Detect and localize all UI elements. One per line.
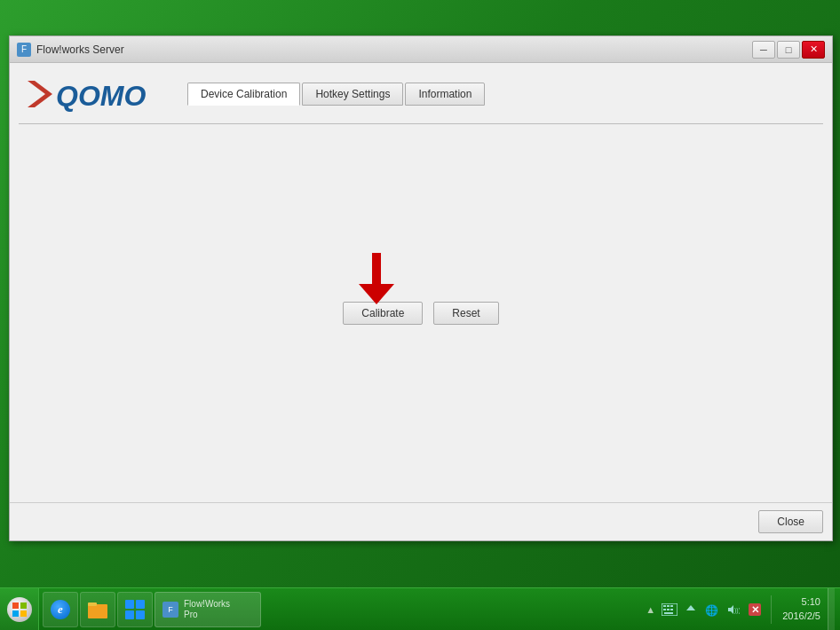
svg-marker-22 xyxy=(686,605,695,610)
svg-rect-15 xyxy=(663,605,666,607)
close-window-button[interactable]: Close xyxy=(758,510,823,533)
buttons-container: Calibrate Reset xyxy=(343,302,498,325)
svg-rect-2 xyxy=(372,253,381,288)
ie-browser-icon: e xyxy=(51,600,70,619)
svg-rect-10 xyxy=(125,600,134,609)
taskbar-app-label: Flow!Works Pro xyxy=(184,599,230,620)
desktop: F Flow!works Server ─ □ ✕ QOMO xyxy=(0,0,840,630)
red-arrow-indicator xyxy=(359,253,394,306)
svg-marker-0 xyxy=(28,81,52,107)
svg-rect-19 xyxy=(667,609,670,610)
svg-rect-20 xyxy=(670,609,673,610)
tray-separator xyxy=(771,595,772,624)
main-content-area: Calibrate Reset xyxy=(19,133,823,493)
tab-hotkey-settings[interactable]: Hotkey Settings xyxy=(302,83,403,106)
tab-information[interactable]: Information xyxy=(405,83,485,106)
minimize-button[interactable]: ─ xyxy=(752,41,775,59)
window-close-button[interactable]: ✕ xyxy=(802,41,825,59)
svg-rect-11 xyxy=(136,600,145,609)
svg-text:🌐: 🌐 xyxy=(705,603,718,617)
flowworks-icon: F xyxy=(162,602,178,618)
divider xyxy=(19,123,823,124)
apps-store-icon xyxy=(125,600,145,619)
system-tray: ▲ xyxy=(638,588,840,631)
svg-rect-13 xyxy=(136,610,145,619)
svg-text:)))): )))) xyxy=(734,607,740,614)
bottom-bar: Close xyxy=(10,502,832,540)
network-tray-icon[interactable]: 🌐 xyxy=(703,601,721,618)
svg-rect-18 xyxy=(663,609,666,610)
svg-rect-12 xyxy=(125,610,134,619)
taskbar-apps-icon[interactable] xyxy=(117,592,153,627)
svg-rect-16 xyxy=(667,605,670,607)
svg-rect-6 xyxy=(12,610,19,617)
file-explorer-icon xyxy=(88,600,107,619)
keyboard-tray-icon[interactable] xyxy=(661,601,678,618)
window-content: QOMO Device Calibration Hotkey Settings … xyxy=(10,63,832,502)
maximize-button[interactable]: □ xyxy=(777,41,800,59)
tab-device-calibration[interactable]: Device Calibration xyxy=(187,83,300,106)
app-header: QOMO Device Calibration Hotkey Settings … xyxy=(19,72,823,116)
svg-rect-5 xyxy=(20,602,27,609)
clock-date: 2016/2/5 xyxy=(782,610,820,623)
svg-rect-7 xyxy=(20,610,27,617)
svg-marker-3 xyxy=(359,284,394,304)
qomo-logo: QOMO xyxy=(19,72,161,116)
system-clock[interactable]: 5:10 2016/2/5 xyxy=(779,595,824,623)
taskbar-folder-icon[interactable] xyxy=(80,592,115,627)
taskbar-ie-icon[interactable]: e xyxy=(43,592,78,627)
tab-bar: Device Calibration Hotkey Settings Infor… xyxy=(187,83,487,106)
svg-rect-17 xyxy=(670,605,673,607)
taskbar-flowworks-button[interactable]: F Flow!Works Pro xyxy=(155,592,261,627)
audio-tray-icon[interactable]: )))) xyxy=(725,601,742,618)
svg-rect-21 xyxy=(664,612,673,614)
tray-expand-button[interactable]: ▲ xyxy=(644,604,657,615)
clock-time: 5:10 xyxy=(782,595,820,609)
reset-button[interactable]: Reset xyxy=(433,302,498,325)
start-button[interactable] xyxy=(0,588,39,631)
show-desktop-button[interactable] xyxy=(828,588,835,631)
svg-rect-8 xyxy=(88,604,107,618)
svg-marker-24 xyxy=(728,605,733,614)
start-orb-icon xyxy=(7,597,32,622)
security-tray-icon[interactable]: ✕ xyxy=(746,601,764,618)
window-controls: ─ □ ✕ xyxy=(752,41,825,59)
svg-text:✕: ✕ xyxy=(751,604,759,615)
app-window: F Flow!works Server ─ □ ✕ QOMO xyxy=(9,35,833,541)
tray-arrow-up[interactable] xyxy=(682,601,700,618)
svg-text:QOMO: QOMO xyxy=(56,80,146,112)
svg-rect-9 xyxy=(88,602,97,606)
window-title: Flow!works Server xyxy=(36,43,752,56)
titlebar: F Flow!works Server ─ □ ✕ xyxy=(10,36,832,63)
svg-rect-4 xyxy=(12,602,19,609)
taskbar-items: e xyxy=(39,592,638,627)
taskbar: e xyxy=(0,587,840,630)
logo-svg: QOMO xyxy=(19,72,161,116)
title-icon: F xyxy=(17,43,31,57)
